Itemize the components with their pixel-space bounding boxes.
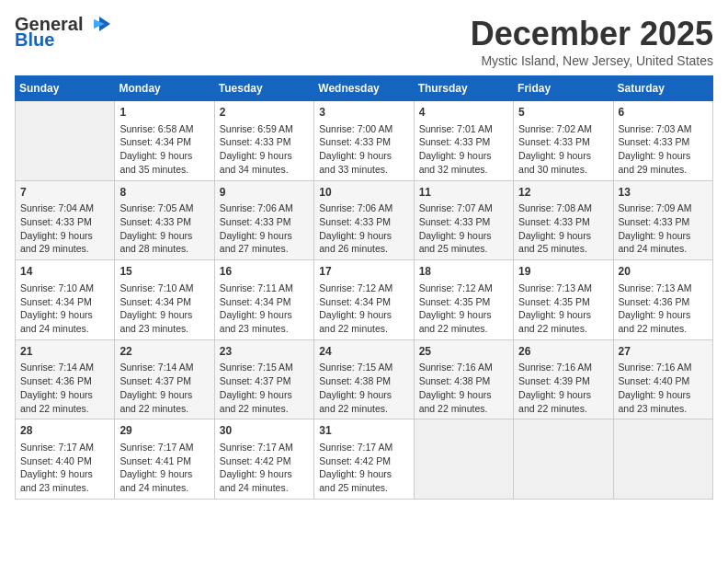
daylight-text: Daylight: 9 hours and 24 minutes. [119,467,209,494]
day-number: 3 [319,105,408,121]
sunrise-text: Sunrise: 7:14 AM [119,361,209,374]
calendar-cell: 10Sunrise: 7:06 AMSunset: 4:33 PMDayligh… [314,180,414,260]
daylight-text: Daylight: 9 hours and 25 minutes. [518,229,608,256]
sunset-text: Sunset: 4:40 PM [20,454,109,468]
daylight-text: Daylight: 9 hours and 26 minutes. [319,229,408,256]
day-number: 13 [619,185,708,201]
sunrise-text: Sunrise: 7:11 AM [220,282,309,295]
calendar-cell: 1Sunrise: 6:58 AMSunset: 4:34 PMDaylight… [115,101,214,181]
sunset-text: Sunset: 4:36 PM [20,374,109,388]
calendar-cell: 2Sunrise: 6:59 AMSunset: 4:33 PMDaylight… [214,101,313,181]
sunset-text: Sunset: 4:40 PM [619,374,708,388]
sunset-text: Sunset: 4:33 PM [220,135,309,149]
sunrise-text: Sunrise: 7:16 AM [518,361,608,374]
calendar-cell: 6Sunrise: 7:03 AMSunset: 4:33 PMDaylight… [613,101,712,181]
daylight-text: Daylight: 9 hours and 23 minutes. [20,467,109,494]
daylight-text: Daylight: 9 hours and 22 minutes. [20,388,109,415]
calendar-cell: 17Sunrise: 7:12 AMSunset: 4:34 PMDayligh… [314,260,414,340]
sunrise-text: Sunrise: 6:59 AM [220,122,309,136]
header-tuesday: Tuesday [214,76,313,101]
calendar-cell [414,419,513,500]
calendar-week-row: 7Sunrise: 7:04 AMSunset: 4:33 PMDaylight… [16,180,713,260]
sunset-text: Sunset: 4:35 PM [419,295,508,309]
sunrise-text: Sunrise: 7:17 AM [20,441,109,454]
sunset-text: Sunset: 4:34 PM [20,295,109,309]
sunset-text: Sunset: 4:34 PM [220,295,309,309]
calendar-cell: 12Sunrise: 7:08 AMSunset: 4:33 PMDayligh… [514,180,613,260]
sunset-text: Sunset: 4:39 PM [518,374,608,388]
calendar-cell: 30Sunrise: 7:17 AMSunset: 4:42 PMDayligh… [214,419,313,500]
sunset-text: Sunset: 4:38 PM [419,374,508,388]
day-number: 19 [518,264,608,280]
sunrise-text: Sunrise: 7:14 AM [20,361,109,374]
sunrise-text: Sunrise: 7:15 AM [220,361,309,374]
daylight-text: Daylight: 9 hours and 22 minutes. [220,388,309,415]
sunset-text: Sunset: 4:33 PM [419,135,508,149]
day-number: 27 [619,344,708,360]
calendar-cell: 26Sunrise: 7:16 AMSunset: 4:39 PMDayligh… [514,339,613,419]
sunrise-text: Sunrise: 7:07 AM [419,201,508,215]
daylight-text: Daylight: 9 hours and 32 minutes. [419,149,508,176]
sunrise-text: Sunrise: 7:10 AM [20,282,109,295]
day-number: 20 [619,264,708,280]
sunrise-text: Sunrise: 7:05 AM [119,201,209,215]
sunset-text: Sunset: 4:33 PM [619,135,708,149]
calendar-cell: 15Sunrise: 7:10 AMSunset: 4:34 PMDayligh… [115,260,214,340]
sunrise-text: Sunrise: 7:03 AM [619,122,708,136]
calendar-week-row: 1Sunrise: 6:58 AMSunset: 4:34 PMDaylight… [16,101,713,181]
calendar-cell [514,419,613,500]
sunset-text: Sunset: 4:35 PM [518,295,608,309]
calendar-week-row: 21Sunrise: 7:14 AMSunset: 4:36 PMDayligh… [16,339,713,419]
sunrise-text: Sunrise: 7:15 AM [319,361,408,374]
daylight-text: Daylight: 9 hours and 24 minutes. [20,308,109,335]
sunrise-text: Sunrise: 7:12 AM [419,282,508,295]
calendar-cell: 27Sunrise: 7:16 AMSunset: 4:40 PMDayligh… [613,339,712,419]
daylight-text: Daylight: 9 hours and 22 minutes. [518,388,608,415]
daylight-text: Daylight: 9 hours and 29 minutes. [619,149,708,176]
logo: General Blue [15,15,112,51]
daylight-text: Daylight: 9 hours and 28 minutes. [119,229,209,256]
sunrise-text: Sunrise: 7:16 AM [419,361,508,374]
title-area: December 2025 Mystic Island, New Jersey,… [471,15,713,68]
day-number: 14 [20,264,109,280]
sunset-text: Sunset: 4:42 PM [220,454,309,468]
sunset-text: Sunset: 4:33 PM [119,215,209,229]
day-number: 1 [119,105,209,121]
daylight-text: Daylight: 9 hours and 29 minutes. [20,229,109,256]
daylight-text: Daylight: 9 hours and 22 minutes. [319,388,408,415]
sunset-text: Sunset: 4:34 PM [119,135,209,149]
header-thursday: Thursday [414,76,513,101]
calendar-cell: 22Sunrise: 7:14 AMSunset: 4:37 PMDayligh… [115,339,214,419]
calendar-cell: 31Sunrise: 7:17 AMSunset: 4:42 PMDayligh… [314,419,414,500]
daylight-text: Daylight: 9 hours and 24 minutes. [619,229,708,256]
daylight-text: Daylight: 9 hours and 23 minutes. [619,388,708,415]
calendar-cell: 21Sunrise: 7:14 AMSunset: 4:36 PMDayligh… [16,339,115,419]
calendar-cell: 24Sunrise: 7:15 AMSunset: 4:38 PMDayligh… [314,339,414,419]
header-friday: Friday [514,76,613,101]
sunrise-text: Sunrise: 7:09 AM [619,201,708,215]
calendar-cell: 16Sunrise: 7:11 AMSunset: 4:34 PMDayligh… [214,260,313,340]
calendar-cell: 13Sunrise: 7:09 AMSunset: 4:33 PMDayligh… [613,180,712,260]
logo-text-blue: Blue [15,29,54,51]
calendar-cell: 18Sunrise: 7:12 AMSunset: 4:35 PMDayligh… [414,260,513,340]
daylight-text: Daylight: 9 hours and 22 minutes. [319,308,408,335]
sunrise-text: Sunrise: 7:00 AM [319,122,408,136]
sunrise-text: Sunrise: 7:02 AM [518,122,608,136]
calendar-week-row: 28Sunrise: 7:17 AMSunset: 4:40 PMDayligh… [16,419,713,500]
calendar-cell: 29Sunrise: 7:17 AMSunset: 4:41 PMDayligh… [115,419,214,500]
daylight-text: Daylight: 9 hours and 22 minutes. [419,388,508,415]
day-number: 5 [518,105,608,121]
calendar-cell: 20Sunrise: 7:13 AMSunset: 4:36 PMDayligh… [613,260,712,340]
day-number: 7 [20,185,109,201]
header-wednesday: Wednesday [314,76,414,101]
sunset-text: Sunset: 4:38 PM [319,374,408,388]
logo-icon [86,15,112,33]
calendar-cell: 11Sunrise: 7:07 AMSunset: 4:33 PMDayligh… [414,180,513,260]
sunrise-text: Sunrise: 7:01 AM [419,122,508,136]
sunset-text: Sunset: 4:33 PM [20,215,109,229]
day-number: 23 [220,344,309,360]
day-number: 25 [419,344,508,360]
calendar-cell: 9Sunrise: 7:06 AMSunset: 4:33 PMDaylight… [214,180,313,260]
daylight-text: Daylight: 9 hours and 35 minutes. [119,149,209,176]
sunset-text: Sunset: 4:33 PM [220,215,309,229]
